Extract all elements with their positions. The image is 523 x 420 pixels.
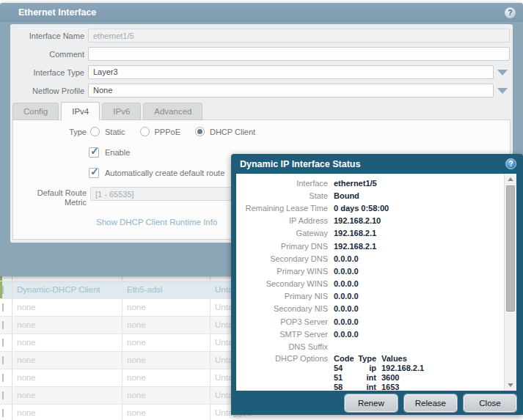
- status-label: SMTP Server: [236, 330, 328, 339]
- dhcp-options-table: Code Type Values 54 ip 192.168.2.1 51 in…: [334, 354, 424, 391]
- status-label: Gateway: [236, 229, 328, 237]
- link-state-indicator: [2, 321, 4, 329]
- row-gutter: [0, 369, 12, 386]
- dhcp-col-values: Values: [381, 354, 407, 364]
- field-label: Interface Type: [10, 68, 88, 77]
- release-button[interactable]: Release: [404, 394, 457, 412]
- status-label: Primary DNS: [236, 242, 328, 251]
- status-value: 192.168.2.1: [334, 229, 376, 237]
- tab-ipv4[interactable]: IPv4: [61, 102, 100, 121]
- form-row-interface-type: Interface Type Layer3: [10, 65, 511, 79]
- form-row-interface-name: Interface Name: [10, 29, 511, 43]
- status-row: DNS Suffix: [236, 340, 504, 353]
- dhcp-type: ip: [357, 364, 376, 373]
- dhcp-options-header: Code Type Values: [334, 354, 424, 364]
- tab-advanced[interactable]: Advanced: [143, 103, 202, 120]
- chevron-down-icon: [497, 70, 508, 75]
- status-row: Primary WINS0.0.0.0: [236, 265, 504, 277]
- status-row: Secondary DNS0.0.0.0: [236, 252, 504, 265]
- dhcp-code: 51: [334, 373, 357, 383]
- status-rows: Interfaceethernet1/5 StateBound Remainin…: [236, 174, 504, 391]
- table-cell: none: [12, 352, 122, 369]
- radio-label: DHCP Client: [210, 128, 255, 136]
- radio-icon: [90, 127, 100, 136]
- table-cell: none: [12, 299, 122, 316]
- status-row: POP3 Server0.0.0.0: [236, 315, 504, 328]
- table-cell: none: [12, 317, 122, 334]
- radio-icon: [140, 127, 150, 136]
- tab-config[interactable]: Config: [12, 103, 59, 120]
- checkbox-checked-icon[interactable]: ✓: [89, 147, 99, 158]
- show-dhcp-runtime-info-link[interactable]: Show DHCP Client Runtime Info: [96, 218, 217, 226]
- row-gutter: [0, 405, 12, 420]
- dropdown-button[interactable]: [494, 65, 511, 79]
- type-radio-row: Type Static PPPoE DHCP Client: [13, 127, 510, 136]
- status-label: Primary WINS: [236, 267, 328, 276]
- status-row: IP Address192.168.2.10: [236, 215, 504, 227]
- dhcp-options-row: DHCP Options Code Type Values 54 ip 192.…: [236, 354, 504, 391]
- row-gutter: [0, 299, 12, 316]
- table-cell: none: [12, 405, 122, 420]
- scrollbar[interactable]: [504, 174, 516, 391]
- scroll-down-icon[interactable]: [508, 383, 513, 387]
- status-value: 0 days 0:58:00: [334, 204, 389, 213]
- dialog-header: Dynamic IP Interface Status ?: [231, 154, 523, 174]
- dynamic-ip-status-dialog: Dynamic IP Interface Status ? Interfacee…: [231, 154, 523, 415]
- netflow-profile-dropdown[interactable]: None: [88, 84, 494, 97]
- dialog-footer: Renew Release Close: [231, 391, 523, 415]
- dhcp-col-code: Code: [334, 354, 357, 364]
- help-icon[interactable]: ?: [505, 7, 516, 18]
- link-state-indicator: [2, 374, 4, 382]
- scrollbar-thumb[interactable]: [506, 185, 515, 312]
- dhcp-col-type: Type: [357, 354, 376, 364]
- status-row: Secondary WINS0.0.0.0: [236, 278, 504, 290]
- link-state-indicator: [2, 303, 4, 312]
- table-cell: none: [122, 387, 211, 404]
- status-label: DNS Suffix: [236, 342, 328, 351]
- radio-static[interactable]: Static: [90, 127, 125, 136]
- checkbox-label: Enable: [105, 148, 130, 157]
- dhcp-code: 54: [334, 364, 357, 373]
- status-row: Gateway192.168.2.1: [236, 227, 504, 240]
- status-value: 0.0.0.0: [334, 317, 359, 326]
- status-label: POP3 Server: [236, 317, 328, 326]
- dhcp-option: 58 int 1653: [334, 383, 424, 391]
- renew-button[interactable]: Renew: [345, 394, 398, 412]
- interface-name-field[interactable]: [88, 29, 510, 43]
- table-cell: none: [12, 369, 122, 386]
- enable-checkbox-row[interactable]: ✓ Enable: [89, 147, 130, 158]
- help-icon[interactable]: ?: [505, 158, 516, 169]
- form-row-netflow-profile: Netflow Profile None: [10, 84, 511, 97]
- radio-selected-icon: [195, 127, 205, 136]
- radio-dhcp-client[interactable]: DHCP Client: [195, 127, 255, 136]
- interface-type-dropdown[interactable]: Layer3: [88, 65, 494, 79]
- status-value: 192.168.2.10: [334, 216, 381, 225]
- table-cell: Eth5-adsl: [122, 281, 211, 298]
- radio-pppoe[interactable]: PPPoE: [140, 127, 180, 136]
- close-button[interactable]: Close: [464, 394, 516, 412]
- checkbox-checked-icon[interactable]: ✓: [89, 168, 99, 178]
- status-value: 192.168.2.1: [334, 242, 376, 251]
- comment-field[interactable]: [88, 47, 510, 61]
- status-value: Bound: [334, 191, 359, 200]
- link-state-indicator: [2, 286, 4, 294]
- screen: VEth410 default 410 Dynamic-DHCP Client …: [0, 0, 523, 420]
- table-cell: none: [122, 352, 211, 369]
- dhcp-option: 51 int 3600: [334, 373, 424, 383]
- status-row: SMTP Server0.0.0.0: [236, 328, 504, 340]
- tab-ipv6[interactable]: IPv6: [102, 103, 141, 120]
- status-label: IP Address: [236, 216, 328, 225]
- chevron-down-icon: [497, 88, 508, 94]
- link-state-indicator: [2, 409, 4, 417]
- dropdown-button[interactable]: [494, 84, 511, 97]
- auto-default-route-checkbox-row[interactable]: ✓ Automatically create default route: [89, 168, 224, 178]
- table-cell: none: [122, 317, 211, 334]
- row-gutter: [0, 387, 12, 404]
- tab-strip: Config IPv4 IPv6 Advanced: [12, 102, 205, 120]
- status-label: Remaining Lease Time: [236, 204, 328, 213]
- table-cell: none: [12, 387, 122, 404]
- table-cell: none: [122, 334, 211, 351]
- checkbox-label: Automatically create default route: [105, 169, 224, 177]
- dhcp-type: int: [357, 383, 376, 391]
- scroll-up-icon[interactable]: [508, 177, 513, 181]
